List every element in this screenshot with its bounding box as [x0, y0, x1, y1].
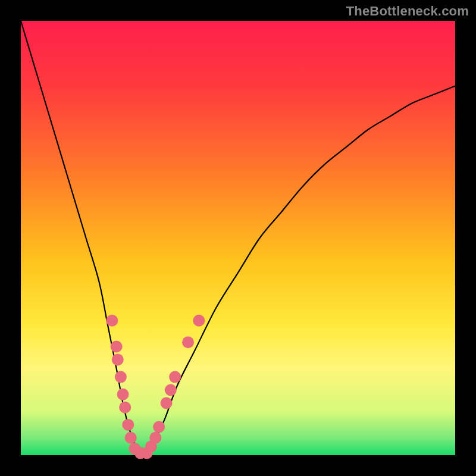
- sample-point: [161, 397, 173, 409]
- sample-point: [193, 315, 205, 327]
- bottleneck-curve: [21, 21, 455, 455]
- sample-point: [149, 432, 161, 444]
- watermark-text: TheBottleneck.com: [346, 4, 469, 19]
- sample-point: [106, 315, 118, 327]
- sample-point: [115, 371, 127, 383]
- sample-point: [169, 371, 181, 383]
- sample-point: [112, 353, 124, 365]
- sample-point: [182, 336, 194, 348]
- sample-point: [119, 402, 131, 414]
- sample-point: [153, 421, 165, 433]
- sample-points-group: [106, 315, 205, 459]
- curve-layer: [21, 21, 455, 455]
- plot-area: [21, 21, 455, 455]
- sample-point: [111, 341, 123, 353]
- sample-point: [122, 419, 134, 431]
- sample-point: [125, 432, 137, 444]
- chart-frame: TheBottleneck.com: [0, 0, 476, 476]
- sample-point: [117, 389, 129, 400]
- sample-point: [165, 384, 177, 396]
